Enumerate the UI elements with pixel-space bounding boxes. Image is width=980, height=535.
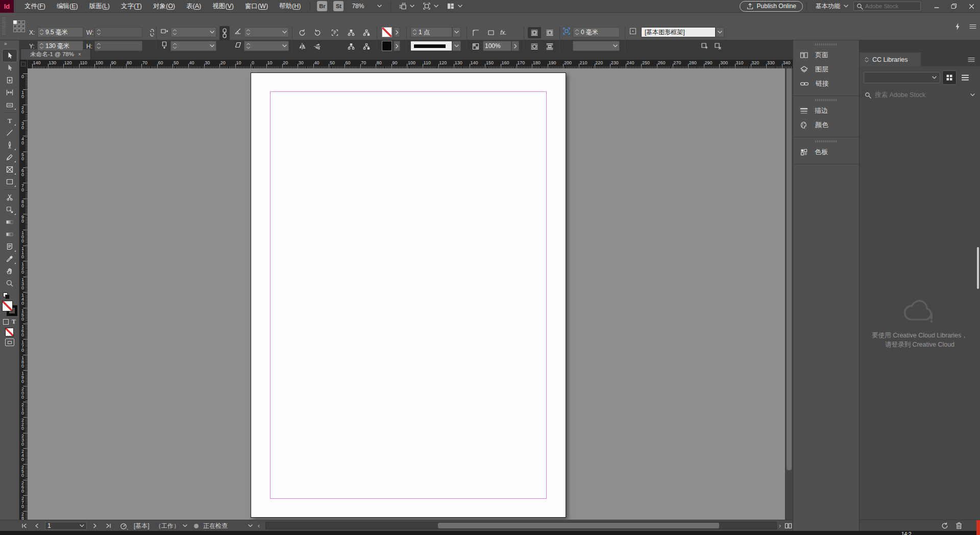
select-previous-object-button[interactable] (345, 27, 357, 38)
rotate-cw-button[interactable] (296, 27, 308, 38)
gradient-feather-tool[interactable] (3, 228, 17, 240)
ruler-origin-corner[interactable] (19, 60, 28, 68)
wrap-jump-button[interactable] (543, 41, 556, 52)
fill-expand-button[interactable] (394, 27, 400, 37)
trash-icon[interactable] (955, 522, 963, 530)
screen-mode-button[interactable] (5, 338, 14, 346)
object-style-chevron[interactable] (716, 27, 724, 37)
scissors-tool[interactable] (3, 191, 17, 204)
stroke-weight-dropdown[interactable] (452, 27, 461, 37)
scroll-right-arrow[interactable]: › (779, 520, 781, 531)
shear-angle-field[interactable] (244, 41, 289, 51)
cc-search-field[interactable]: 搜索 Adobe Stock (860, 88, 980, 102)
hand-tool[interactable] (3, 265, 17, 277)
cc-libraries-tab[interactable]: CC Libraries (860, 53, 921, 66)
pen-tool[interactable] (3, 139, 17, 151)
formatting-affects-text-button[interactable]: T (12, 318, 16, 326)
vertical-ruler[interactable]: 01 02 03 04 05 06 07 08 09 01 0 01 1 01 … (19, 68, 28, 520)
zoom-tool[interactable] (3, 277, 17, 289)
page-tool[interactable] (3, 74, 17, 86)
corner-options-button[interactable] (470, 27, 482, 38)
chevron-down-icon[interactable] (80, 524, 84, 527)
pasteboard[interactable] (28, 68, 785, 520)
dock-item-色板[interactable]: 色板 (793, 145, 859, 159)
menubar-menu[interactable]: 视图(V) (207, 0, 239, 13)
pencil-tool[interactable] (3, 151, 17, 163)
bridge-button[interactable]: Br (317, 1, 327, 11)
formatting-affects-container-button[interactable] (3, 319, 9, 325)
menubar-menu[interactable]: 文字(T) (115, 0, 148, 13)
stock-search-box[interactable] (853, 2, 921, 11)
constrain-scale-toggle[interactable] (219, 26, 230, 40)
stepper-icon[interactable] (39, 28, 44, 36)
preflight-dropdown[interactable] (183, 520, 187, 531)
chevron-down-icon[interactable] (282, 44, 287, 47)
stepper-icon[interactable] (575, 28, 579, 36)
reference-point-proxy[interactable] (13, 20, 26, 33)
horizontal-scrollbar[interactable] (265, 522, 777, 529)
w-field[interactable] (94, 27, 142, 37)
previous-page-button[interactable] (35, 520, 39, 531)
chevron-down-icon[interactable] (613, 44, 618, 47)
apply-none-button[interactable] (5, 328, 14, 336)
select-next-object-button[interactable] (360, 27, 373, 38)
free-transform-tool[interactable] (3, 204, 17, 216)
fill-stroke-proxy[interactable] (2, 301, 17, 316)
stepper-icon[interactable] (173, 28, 177, 36)
dock-group-grip[interactable] (815, 99, 838, 101)
stepper-icon[interactable] (412, 28, 417, 36)
scale-y-field[interactable] (170, 41, 216, 51)
dock-item-颜色[interactable]: 颜色 (793, 118, 859, 132)
select-container-button[interactable]: P (329, 27, 341, 38)
grid-view-button[interactable] (943, 71, 956, 84)
minimize-button[interactable] (928, 0, 945, 13)
stock-search-input[interactable] (865, 3, 916, 9)
gradient-tool[interactable] (3, 216, 17, 228)
list-view-button[interactable] (959, 71, 972, 84)
menubar-menu[interactable]: 编辑(E) (51, 0, 84, 13)
screen-mode-dropdown[interactable] (419, 2, 443, 10)
direct-selection-tool[interactable] (3, 62, 17, 74)
first-page-button[interactable] (21, 520, 28, 531)
chevron-down-icon[interactable] (210, 44, 214, 47)
split-view-button[interactable] (785, 520, 792, 531)
workspace-switcher[interactable]: 基本功能 (811, 2, 853, 11)
publish-online-button[interactable]: Publish Online (740, 1, 803, 12)
fill-swatch[interactable] (382, 27, 392, 37)
select-content-button[interactable] (345, 41, 357, 52)
stepper-icon[interactable] (39, 42, 44, 50)
page-number-field[interactable]: 1 (45, 522, 87, 530)
chevron-down-icon[interactable] (282, 31, 287, 34)
opacity-field[interactable]: 100% (483, 41, 511, 51)
restore-button[interactable] (945, 0, 963, 13)
flip-horizontal-button[interactable] (296, 41, 308, 52)
menubar-menu[interactable]: 表(A) (181, 0, 207, 13)
gap-tool[interactable] (3, 86, 17, 99)
quick-apply-button[interactable] (953, 22, 962, 31)
stepper-icon[interactable] (246, 42, 251, 50)
dock-item-页面[interactable]: 页面 (793, 48, 859, 62)
cc-libraries-menu-button[interactable] (968, 57, 980, 62)
chevron-down-icon[interactable] (210, 31, 214, 34)
wrap-object-shape-button[interactable] (528, 41, 541, 52)
menubar-menu[interactable]: 帮助(H) (274, 0, 306, 13)
menubar-menu[interactable]: 对象(O) (148, 0, 181, 13)
line-tool[interactable] (3, 127, 17, 139)
rotation-angle-field[interactable] (244, 27, 289, 37)
transparency-button[interactable] (470, 41, 482, 52)
wrap-options-dropdown[interactable] (573, 41, 620, 51)
h-field[interactable] (94, 41, 142, 51)
preflight-menu-button[interactable] (119, 520, 128, 531)
stroke-style-dropdown[interactable] (410, 41, 452, 51)
opacity-expand-button[interactable] (511, 41, 519, 51)
last-page-button[interactable] (105, 520, 111, 531)
rotate-ccw-button[interactable] (311, 27, 324, 38)
vertical-scrollbar-thumb[interactable] (787, 62, 792, 470)
selection-tool[interactable] (3, 50, 17, 62)
stroke-style-chevron[interactable] (452, 41, 461, 51)
dock-item-描边[interactable]: 描边 (793, 104, 859, 118)
sync-icon[interactable] (941, 522, 949, 530)
stock-button[interactable]: St (333, 1, 344, 11)
horizontal-scrollbar-thumb[interactable] (438, 523, 719, 528)
wrap-none-button[interactable] (528, 27, 541, 38)
